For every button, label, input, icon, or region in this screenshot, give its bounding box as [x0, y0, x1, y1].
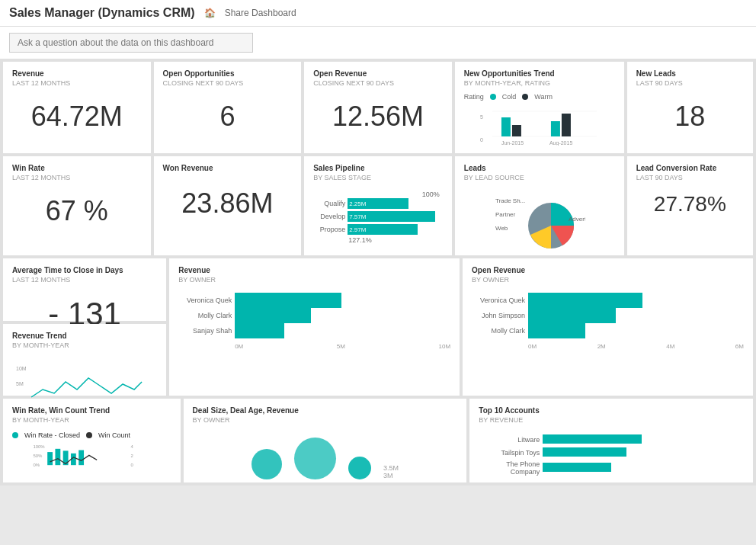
open-axis-2m: 2M	[597, 343, 606, 350]
account-row-1: Litware	[479, 434, 744, 445]
deal-bubble-2	[294, 438, 336, 479]
open-axis-4m: 4M	[666, 343, 674, 350]
trend-legend: Rating Cold Warm	[464, 93, 615, 101]
bubble-1	[251, 449, 282, 479]
share-button[interactable]: Share Dashboard	[225, 8, 296, 18]
rev-owner-label-3: Sanjay Shah	[178, 327, 232, 335]
account-bar-2	[543, 447, 626, 457]
search-input[interactable]	[9, 33, 253, 53]
open-bar-3	[528, 323, 585, 338]
bubble-3	[348, 457, 371, 479]
deal-size-subtitle: BY OWNER	[193, 416, 458, 424]
propose-label: Propose	[313, 226, 345, 233]
warm-dot	[522, 94, 528, 100]
card-revenue-trend: Revenue Trend BY MONTH-YEAR 10M 5M Sep-2…	[3, 324, 166, 396]
open-rev-subtitle: CLOSING NEXT 90 DAYS	[313, 79, 443, 87]
new-leads-value: 18	[636, 101, 744, 133]
svg-text:0: 0	[480, 137, 483, 143]
open-axis-0m: 0M	[528, 343, 537, 350]
open-owner-label-2: John Simpson	[472, 312, 525, 319]
bubble-2	[294, 438, 336, 479]
card-sales-pipeline: Sales Pipeline BY SALES STAGE 100% Quali…	[304, 156, 452, 255]
svg-text:Jun-2015: Jun-2015	[501, 140, 524, 146]
card-top-accounts: Top 10 Accounts BY REVENUE Litware Tails…	[469, 399, 753, 482]
win-count-label: Win Count	[98, 431, 130, 439]
open-bar-molly: Molly Clark	[472, 323, 744, 338]
row-3: Average Time to Close in Days LAST 12 MO…	[3, 258, 753, 396]
top-accounts-title: Top 10 Accounts	[479, 406, 744, 415]
row-4: Win Rate, Win Count Trend BY MONTH-YEAR …	[3, 399, 753, 482]
open-opp-value: 6	[163, 101, 293, 133]
row-1: Revenue LAST 12 MONTHS 64.72M Open Oppor…	[3, 62, 753, 153]
svg-text:50%: 50%	[33, 454, 43, 458]
rev-trend-title: Revenue Trend	[12, 332, 157, 340]
develop-value: 7.57M	[349, 213, 366, 220]
rev-trend-subtitle: BY MONTH-YEAR	[12, 341, 157, 349]
propose-bar: 2.97M	[348, 224, 418, 235]
svg-rect-6	[551, 121, 560, 136]
open-rev-owner-axis: 0M 2M 4M 6M	[472, 343, 744, 350]
rev-bar-2	[235, 308, 311, 323]
account-row-3: The Phone Company	[479, 460, 744, 476]
win-trend-legend: Win Rate - Closed Win Count	[12, 431, 171, 439]
svg-text:2: 2	[131, 454, 134, 458]
label-trade: Trade Sh...	[495, 197, 525, 204]
open-owner-label-3: Molly Clark	[472, 327, 525, 335]
rev-owner-title: Revenue	[178, 266, 450, 274]
card-avg-close: Average Time to Close in Days LAST 12 MO…	[3, 258, 166, 321]
trend-chart-area: 0 5 Jun-2015 Aug-2015	[464, 104, 615, 148]
card-open-revenue: Open Revenue CLOSING NEXT 90 DAYS 12.56M	[304, 62, 452, 153]
svg-text:Aug-2015: Aug-2015	[549, 140, 572, 146]
pipeline-chart: 100% Qualify 2.25M Develop 7.57M Propose	[313, 188, 443, 248]
rev-owner-label-2: Molly Clark	[178, 312, 232, 319]
open-bar-2	[528, 308, 616, 323]
axis-10m: 10M	[439, 343, 451, 350]
accounts-list: Litware Tailspin Toys The Phone Company	[479, 434, 744, 478]
lead-conv-value: 27.78%	[636, 192, 744, 216]
win-bar-5	[78, 450, 84, 466]
open-axis-6m: 6M	[735, 343, 744, 350]
svg-text:4: 4	[131, 444, 134, 449]
card-won-revenue: Won Revenue 23.86M	[154, 156, 302, 255]
new-opp-trend-subtitle: BY MONTH-YEAR, RATING	[464, 79, 615, 87]
row-2: Win Rate LAST 12 MONTHS 67 % Won Revenue…	[3, 156, 753, 255]
top-accounts-subtitle: BY REVENUE	[479, 416, 744, 424]
account-name-2: Tailspin Toys	[479, 449, 540, 457]
svg-rect-4	[501, 117, 511, 136]
deal-y-label: 3.5M3M	[383, 464, 399, 479]
pipeline-title: Sales Pipeline	[313, 164, 443, 172]
open-rev-owner-chart: Veronica Quek John Simpson Molly Clark	[472, 290, 744, 341]
revenue-title: Revenue	[12, 69, 142, 78]
won-rev-title: Won Revenue	[163, 164, 293, 172]
develop-label: Develop	[313, 213, 345, 220]
open-bar-veronica: Veronica Quek	[472, 293, 744, 308]
rev-owner-subtitle: BY OWNER	[178, 276, 450, 284]
account-row-2: Tailspin Toys	[479, 447, 744, 458]
win-count-dot	[86, 432, 92, 438]
leads-pie-container: Trade Sh... Partner Web Advertis...	[464, 188, 615, 256]
deal-bubble-1	[251, 449, 282, 479]
axis-0m: 0M	[235, 343, 243, 350]
rating-label: Rating	[464, 93, 484, 101]
new-leads-title: New Leads	[636, 69, 744, 78]
svg-text:0%: 0%	[33, 463, 40, 467]
account-name-1: Litware	[479, 436, 540, 444]
pipeline-row-develop: Develop 7.57M	[313, 211, 443, 222]
win-trend-svg: 100% 50% 0% 4 2 0	[12, 439, 171, 475]
avg-close-subtitle: LAST 12 MONTHS	[12, 276, 157, 284]
avg-close-title: Average Time to Close in Days	[12, 266, 157, 274]
open-rev-value: 12.56M	[313, 101, 443, 133]
card-win-rate: Win Rate LAST 12 MONTHS 67 %	[3, 156, 151, 255]
rev-owner-chart: Veronica Quek Molly Clark Sanjay Shah	[178, 290, 450, 341]
win-trend-subtitle: BY MONTH-YEAR	[12, 416, 171, 424]
cold-label: Cold	[502, 93, 517, 101]
axis-5m: 5M	[337, 343, 345, 350]
account-name-3: The Phone Company	[479, 460, 540, 476]
svg-text:0: 0	[131, 463, 134, 467]
open-opp-title: Open Opportunities	[163, 69, 293, 78]
card-open-opportunities: Open Opportunities CLOSING NEXT 90 DAYS …	[154, 62, 302, 153]
card-new-opp-trend: New Opportunities Trend BY MONTH-YEAR, R…	[455, 62, 624, 153]
account-bar-3	[543, 463, 611, 472]
open-owner-label-1: Veronica Quek	[472, 297, 525, 304]
deal-size-title: Deal Size, Deal Age, Revenue	[193, 406, 458, 415]
